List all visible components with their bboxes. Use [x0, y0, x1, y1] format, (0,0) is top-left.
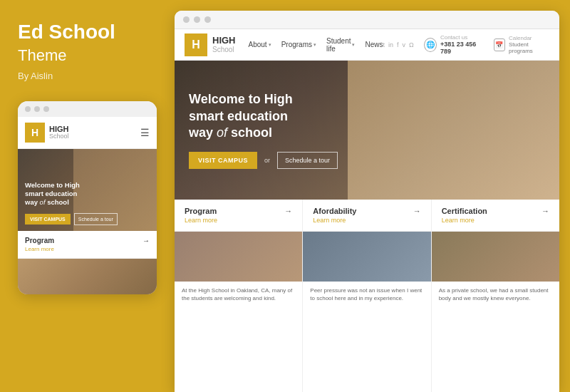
nav-item-programs[interactable]: Programs▾	[281, 41, 316, 48]
mobile-tour-button[interactable]: Schedule a tour	[74, 213, 118, 225]
bottom-col-1: At the High School in Oakland, CA, many …	[175, 232, 303, 392]
mobile-visit-button[interactable]: VISIT CAMPUS	[25, 214, 71, 225]
feature-program-arrow: →	[284, 207, 292, 215]
twitter-icon[interactable]: t	[383, 41, 385, 48]
mobile-header: H HIGH School ☰	[18, 117, 157, 149]
mobile-hero: Welcome to High smart education way of s…	[18, 149, 157, 231]
feature-certification-title: Certification	[442, 207, 487, 215]
calendar-label: Calendar	[509, 35, 549, 41]
feature-certification: Certification → Learn more	[432, 200, 559, 231]
bottom-text-2: Peer pressure was not an issue when I we…	[303, 282, 430, 307]
program-arrow-icon: →	[142, 237, 150, 244]
vimeo-icon[interactable]: v	[403, 41, 406, 48]
theme-title: Ed School	[18, 21, 115, 43]
desktop-logo-high: HIGH	[212, 35, 236, 46]
mobile-dot-3	[43, 106, 49, 112]
nav-right: t in f v Ω 🌐 Contact us +381 23 456 789 …	[383, 34, 550, 55]
bottom-col-2: Peer pressure was not an issue when I we…	[303, 232, 431, 392]
mobile-program: Program → Learn more	[18, 231, 157, 259]
desktop-mockup: H HIGH School About▾ Programs▾ Student l…	[175, 11, 559, 392]
desktop-dot-1	[183, 16, 190, 23]
hero-title: Welcome to High smart education way of s…	[189, 91, 338, 141]
feature-affordability-learn[interactable]: Learn more	[313, 217, 420, 224]
contact-texts: Contact us +381 23 456 789	[440, 34, 484, 55]
desktop-nav-menu: About▾ Programs▾ Student life▾ News	[249, 37, 383, 53]
desktop-tour-button[interactable]: Schedule a tour	[277, 152, 338, 169]
nav-item-about[interactable]: About▾	[249, 41, 271, 48]
calendar-block[interactable]: 📅 Calendar Student programs	[494, 35, 549, 54]
desktop-logo: H HIGH School	[185, 33, 236, 56]
desktop-dot-3	[204, 16, 211, 23]
nav-left: H HIGH School About▾ Programs▾ Student l…	[185, 33, 383, 56]
hero-content: Welcome to High smart education way of s…	[175, 77, 352, 182]
program-title: Program	[25, 237, 54, 244]
feature-affordability-arrow: →	[413, 207, 421, 215]
rss-icon[interactable]: Ω	[409, 41, 414, 48]
mobile-image-strip	[18, 259, 157, 294]
program-learn-more[interactable]: Learn more	[25, 246, 150, 252]
feature-program-row: Program →	[185, 207, 292, 215]
desktop-top-bar	[175, 11, 559, 29]
hero-background-image	[348, 61, 559, 200]
btn-or-label: or	[264, 157, 270, 164]
feature-affordability: Afordability → Learn more	[303, 200, 431, 231]
feature-program-learn[interactable]: Learn more	[185, 217, 292, 224]
mobile-logo-texts: HIGH School	[49, 125, 69, 140]
feature-program-title: Program	[185, 207, 217, 215]
desktop-dot-2	[194, 16, 200, 23]
program-row: Program →	[25, 237, 150, 244]
bottom-text-1: At the High School in Oakland, CA, many …	[175, 282, 302, 307]
nav-item-studentlife[interactable]: Student life▾	[326, 37, 355, 53]
bottom-image-2	[303, 232, 430, 282]
hero-buttons: VISIT CAMPUS or Schedule a tour	[189, 152, 338, 169]
mobile-mockup: H HIGH School ☰ Welcome to High smart ed…	[18, 101, 157, 294]
contact-phone: +381 23 456 789	[440, 41, 484, 55]
theme-author: By Aislin	[18, 71, 53, 81]
mobile-top-bar	[18, 101, 157, 117]
left-panel: Ed School Theme By Aislin H HIGH School …	[0, 0, 175, 392]
desktop-visit-button[interactable]: VISIT CAMPUS	[189, 152, 257, 169]
calendar-texts: Calendar Student programs	[509, 35, 549, 54]
mobile-logo-box: H	[25, 123, 45, 143]
calendar-sub: Student programs	[509, 41, 549, 54]
contact-label: Contact us	[440, 34, 484, 41]
desktop-nav: H HIGH School About▾ Programs▾ Student l…	[175, 29, 559, 61]
linkedin-icon[interactable]: in	[388, 41, 393, 48]
feature-certification-learn[interactable]: Learn more	[442, 217, 549, 224]
hamburger-icon[interactable]: ☰	[140, 127, 150, 138]
mobile-dot-1	[25, 106, 31, 112]
feature-certification-row: Certification →	[442, 207, 549, 215]
desktop-logo-box: H	[185, 33, 207, 56]
desktop-logo-letter: H	[192, 38, 200, 51]
bottom-text-3: As a private school, we had a small stud…	[432, 282, 559, 307]
feature-certification-arrow: →	[542, 207, 549, 215]
mobile-strip-inner	[18, 259, 157, 294]
feature-program: Program → Learn more	[175, 200, 303, 231]
feature-affordability-title: Afordability	[313, 207, 356, 215]
mobile-logo: H HIGH School	[25, 123, 69, 143]
mobile-logo-school: School	[49, 133, 69, 140]
desktop-logo-texts: HIGH School	[212, 35, 236, 55]
nav-item-news[interactable]: News	[365, 41, 383, 48]
bottom-col-3: As a private school, we had a small stud…	[432, 232, 559, 392]
contact-block: 🌐 Contact us +381 23 456 789	[424, 34, 484, 55]
mobile-hero-text: Welcome to High smart education way of s…	[25, 181, 150, 207]
mobile-logo-letter: H	[31, 127, 38, 138]
calendar-icon: 📅	[494, 38, 505, 51]
feature-affordability-row: Afordability →	[313, 207, 420, 215]
mobile-dot-2	[34, 106, 40, 112]
mobile-hero-buttons: VISIT CAMPUS Schedule a tour	[25, 213, 150, 225]
desktop-hero: Welcome to High smart education way of s…	[175, 61, 559, 200]
theme-subtitle: Theme	[18, 46, 66, 65]
social-icons: t in f v Ω	[383, 41, 414, 48]
facebook-icon[interactable]: f	[397, 41, 399, 48]
bottom-image-3	[432, 232, 559, 282]
features-strip: Program → Learn more Afordability → Lear…	[175, 200, 559, 232]
globe-icon: 🌐	[424, 38, 437, 52]
desktop-logo-school: School	[212, 46, 236, 54]
bottom-image-1	[175, 232, 302, 282]
bottom-section: At the High School in Oakland, CA, many …	[175, 232, 559, 392]
